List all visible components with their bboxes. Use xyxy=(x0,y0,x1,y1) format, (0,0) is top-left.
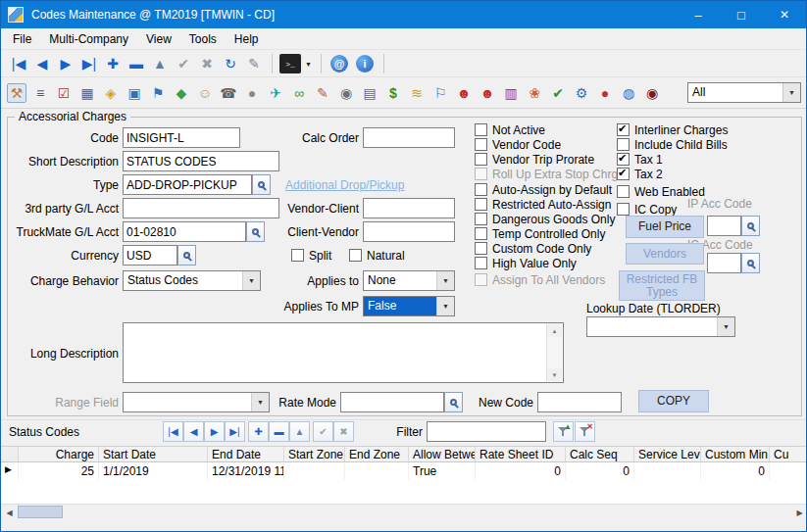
col-header-calc-seq[interactable]: Calc Seq xyxy=(566,447,634,461)
natural-checkbox[interactable]: Natural xyxy=(349,248,405,263)
rate-mode-input[interactable] xyxy=(340,392,444,412)
car-icon[interactable]: ● xyxy=(595,83,615,103)
grid-edit-button[interactable]: ▲ xyxy=(289,421,310,442)
scroll-up-icon[interactable]: ▲ xyxy=(547,324,562,337)
nav-prev-icon[interactable]: ◀ xyxy=(32,54,52,73)
lookup-date-select[interactable]: ▼ xyxy=(586,316,735,337)
globe-icon[interactable]: ◍ xyxy=(619,83,638,103)
cell-service-level[interactable] xyxy=(634,462,701,480)
copy-button[interactable]: COPY xyxy=(638,390,709,412)
cell-allow-between[interactable]: True xyxy=(409,462,476,480)
auto-assign-default-checkbox[interactable]: Auto-Assign by Default xyxy=(475,182,612,197)
scroll-left-icon[interactable]: ◀ xyxy=(1,505,18,520)
grid-next-button[interactable]: ▶ xyxy=(204,421,225,442)
ip-acc-code-lookup-button[interactable] xyxy=(741,216,760,236)
print-icon[interactable]: ✎ xyxy=(244,54,264,73)
cell-charge[interactable]: 25 xyxy=(19,462,99,480)
grid-first-button[interactable]: |◀ xyxy=(163,421,183,442)
grid-last-button[interactable]: ▶| xyxy=(225,421,245,442)
menu-file[interactable]: File xyxy=(4,29,40,49)
scroll-right-icon[interactable]: ▶ xyxy=(791,505,807,520)
edit-record-icon[interactable]: ▲ xyxy=(150,54,170,73)
terminal-icon[interactable]: >_ xyxy=(279,54,301,73)
pin-icon[interactable]: ◉ xyxy=(642,83,662,103)
applies-to-select[interactable]: None ▼ xyxy=(363,270,455,291)
camera-icon[interactable]: ◉ xyxy=(336,83,356,103)
copy-icon[interactable]: ▣ xyxy=(125,83,144,103)
col-header-end-date[interactable]: End Date xyxy=(208,447,284,461)
nav-first-icon[interactable]: |◀ xyxy=(9,54,28,73)
customer-add-icon[interactable]: ☻ xyxy=(478,83,497,103)
col-header-service-level[interactable]: Service Level xyxy=(634,447,701,461)
type-lookup-button[interactable] xyxy=(252,174,271,195)
col-header-allow-between[interactable]: Allow Between xyxy=(409,447,476,461)
cell-start-date[interactable]: 1/1/2019 xyxy=(99,462,208,480)
post-edit-icon[interactable]: ✔ xyxy=(174,54,193,73)
delete-record-icon[interactable]: ▬ xyxy=(126,54,146,73)
cell-end-zone[interactable] xyxy=(345,462,409,480)
ic-copy-checkbox[interactable]: IC Copy xyxy=(617,202,677,217)
grid-prev-button[interactable]: ◀ xyxy=(183,421,204,442)
disc-icon[interactable]: ● xyxy=(242,83,262,103)
grid-post-button[interactable]: ✔ xyxy=(313,421,333,442)
cell-start-zone[interactable] xyxy=(284,462,345,480)
driver-icon[interactable]: ☺ xyxy=(195,83,215,103)
customer-remove-icon[interactable]: ☻ xyxy=(454,83,474,103)
dangerous-goods-checkbox[interactable]: Dangerous Goods Only xyxy=(475,212,615,226)
vendor-trip-prorate-checkbox[interactable]: Vendor Trip Prorate xyxy=(475,152,594,167)
terminal-dropdown-icon[interactable]: ▼ xyxy=(302,54,315,73)
approve-icon[interactable]: ✔ xyxy=(548,83,568,103)
info-icon[interactable]: i xyxy=(356,55,374,73)
cell-custom-min[interactable]: 0 xyxy=(701,462,770,480)
rate-mode-lookup-button[interactable] xyxy=(444,392,463,412)
phone-icon[interactable]: ☎ xyxy=(219,83,238,103)
cell-rate-sheet-id[interactable]: 0 xyxy=(476,462,566,480)
long-description-textarea[interactable] xyxy=(123,322,564,383)
vendor-code-checkbox[interactable]: Vendor Code xyxy=(475,137,561,152)
vendor-client-input[interactable] xyxy=(363,198,455,218)
new-code-input[interactable] xyxy=(537,392,622,412)
maintenance-icon[interactable]: ⚒ xyxy=(7,83,26,103)
ip-acc-code-input[interactable] xyxy=(707,216,741,236)
web-icon[interactable]: @ xyxy=(330,55,348,73)
dispatch-icon[interactable]: ◆ xyxy=(172,83,191,103)
nav-next-icon[interactable]: ▶ xyxy=(56,54,76,73)
scroll-down-icon[interactable]: ▼ xyxy=(547,368,562,381)
checklist-icon[interactable]: ☑ xyxy=(54,83,74,103)
not-active-checkbox[interactable]: Not Active xyxy=(475,122,545,137)
gift-icon[interactable]: ❀ xyxy=(525,83,544,103)
scope-select[interactable]: All ▼ xyxy=(687,82,801,103)
clear-filter-button[interactable]: ✕ xyxy=(575,421,595,442)
menu-tools[interactable]: Tools xyxy=(180,29,226,49)
notes-icon[interactable]: ✎ xyxy=(313,83,332,103)
custom-code-checkbox[interactable]: Custom Code Only xyxy=(475,241,591,256)
additional-drop-pickup-link[interactable]: Additional Drop/Pickup xyxy=(285,178,404,192)
vendors-button[interactable]: Vendors xyxy=(626,243,704,265)
cell-end-date[interactable]: 12/31/2019 11: xyxy=(208,462,284,480)
filter-input[interactable] xyxy=(427,421,546,442)
maximize-button[interactable]: □ xyxy=(720,1,763,28)
interliner-charges-checkbox[interactable]: Interliner Charges xyxy=(617,122,728,137)
cancel-edit-icon[interactable]: ✖ xyxy=(197,54,217,73)
charge-behavior-select[interactable]: Status Codes ▼ xyxy=(123,270,261,291)
temp-controlled-checkbox[interactable]: Temp Controlled Only xyxy=(475,226,605,241)
short-description-input[interactable] xyxy=(123,151,279,171)
col-header-custom[interactable]: Cu xyxy=(770,447,807,461)
restricted-fb-types-button[interactable]: Restricted FB Types xyxy=(619,270,705,301)
link-icon[interactable]: ∞ xyxy=(289,83,309,103)
split-checkbox[interactable]: Split xyxy=(291,248,331,263)
calc-order-input[interactable] xyxy=(363,127,455,148)
chart-icon[interactable]: ▥ xyxy=(501,83,521,103)
badge-icon[interactable]: ◈ xyxy=(101,83,121,103)
currency-lookup-button[interactable] xyxy=(177,245,196,266)
insert-record-icon[interactable]: ✚ xyxy=(103,54,123,73)
cell-calc-seq[interactable]: 0 xyxy=(566,462,634,480)
minimize-button[interactable]: – xyxy=(677,1,720,28)
menu-view[interactable]: View xyxy=(137,29,180,49)
truckmate-gl-input[interactable] xyxy=(123,221,246,242)
apply-filter-button[interactable]: ▲ xyxy=(553,421,574,442)
flag-icon[interactable]: ⚑ xyxy=(148,83,168,103)
rates-icon[interactable]: ≋ xyxy=(407,83,427,103)
nav-last-icon[interactable]: ▶| xyxy=(79,54,99,73)
menu-multi-company[interactable]: Multi-Company xyxy=(40,29,137,49)
